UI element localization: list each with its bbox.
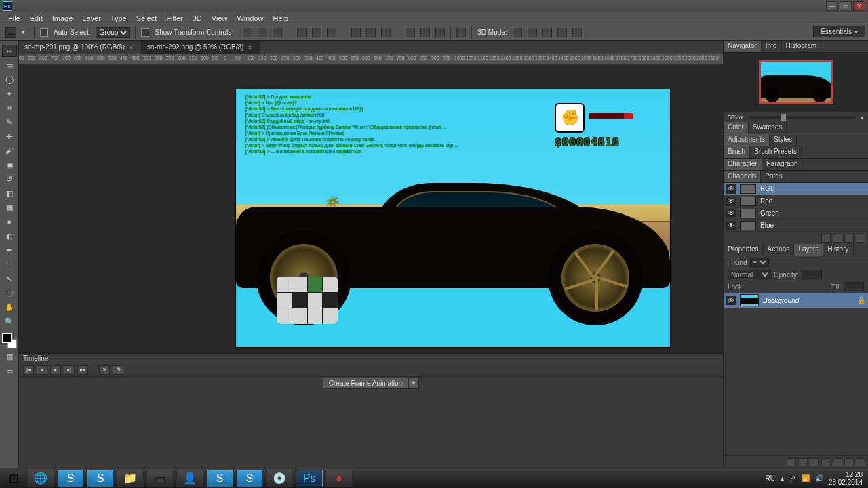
- zoom-tool[interactable]: 🔍: [2, 315, 17, 327]
- workspace-switcher[interactable]: Essentials ▾: [813, 26, 865, 37]
- tray-arrow-icon[interactable]: ▴: [781, 474, 784, 482]
- taskbar-app-2[interactable]: 💿: [266, 470, 293, 487]
- layers-tab[interactable]: Layers: [794, 244, 823, 256]
- dodge-tool[interactable]: ◐: [2, 230, 17, 242]
- next-frame-icon[interactable]: ▸|: [64, 365, 75, 375]
- distribute-h-icon[interactable]: [351, 28, 361, 37]
- align-bottom-icon[interactable]: [327, 28, 336, 37]
- blend-mode-dropdown[interactable]: Normal: [728, 270, 771, 279]
- document-canvas[interactable]: 🌴 [Victor52] > Продаю акварель![Victor] …: [236, 89, 670, 347]
- tool-preset-dropdown[interactable]: ▾: [22, 29, 28, 35]
- arrange-down-icon[interactable]: [456, 28, 466, 37]
- tray-date[interactable]: 23.02.2014: [829, 479, 863, 486]
- lasso-tool[interactable]: ◯: [2, 73, 17, 85]
- menu-window[interactable]: Window: [233, 14, 267, 23]
- zoom-in-icon[interactable]: ▴: [861, 114, 864, 121]
- 3d-slide-icon[interactable]: [557, 28, 567, 37]
- opacity-input[interactable]: [802, 270, 822, 279]
- navigator-thumbnail[interactable]: [759, 60, 833, 104]
- channel-red[interactable]: 👁Red: [724, 195, 868, 207]
- 3d-rotate-icon[interactable]: [513, 28, 522, 37]
- filter-kind-dropdown[interactable]: ≡: [750, 258, 769, 267]
- 3d-scale-icon[interactable]: [572, 28, 582, 37]
- taskbar-skype-3[interactable]: S: [206, 470, 233, 487]
- stamp-tool[interactable]: ▣: [2, 159, 17, 171]
- channel-blue[interactable]: 👁Blue: [724, 220, 868, 232]
- menu-3d[interactable]: 3D: [189, 14, 206, 23]
- menu-select[interactable]: Select: [132, 14, 161, 23]
- auto-align-icon[interactable]: [406, 28, 415, 37]
- audio-mute-icon[interactable]: ✕: [99, 365, 110, 375]
- history-tab[interactable]: History: [823, 244, 853, 256]
- color-tab[interactable]: Color: [724, 122, 749, 134]
- character-tab[interactable]: Character: [724, 159, 762, 170]
- fx-icon[interactable]: [798, 458, 808, 466]
- 3d-roll-icon[interactable]: [528, 28, 537, 37]
- play-icon[interactable]: ▸: [50, 365, 61, 375]
- start-button[interactable]: ⊞: [1, 469, 26, 488]
- paths-tab[interactable]: Paths: [761, 171, 787, 182]
- first-frame-icon[interactable]: |◂: [23, 365, 34, 375]
- zoom-out-icon[interactable]: ▾: [740, 114, 743, 121]
- load-selection-icon[interactable]: [821, 235, 831, 243]
- taskbar-skype-4[interactable]: S: [236, 470, 263, 487]
- 3d-pan-icon[interactable]: [542, 28, 552, 37]
- mask-icon[interactable]: [810, 458, 819, 466]
- timeline-settings-icon[interactable]: ⚙: [113, 365, 123, 375]
- show-transform-checkbox[interactable]: [141, 28, 149, 37]
- eyedropper-tool[interactable]: ✎: [2, 116, 17, 128]
- align-center-h-icon[interactable]: [258, 28, 267, 37]
- pen-tool[interactable]: ✒: [2, 244, 17, 256]
- system-tray[interactable]: RU ▴ 🏳 📶 🔊 12:28 23.02.2014: [761, 471, 867, 486]
- zoom-slider[interactable]: [749, 116, 855, 119]
- visibility-icon[interactable]: 👁: [726, 197, 736, 206]
- screenmode-toggle[interactable]: ▭: [2, 365, 17, 377]
- distribute-spacing-icon[interactable]: [381, 28, 391, 37]
- menu-layer[interactable]: Layer: [78, 14, 105, 23]
- create-frame-animation-button[interactable]: Create Frame Animation: [323, 378, 408, 389]
- align-top-icon[interactable]: [297, 28, 307, 37]
- arrange-up-icon[interactable]: [435, 28, 445, 37]
- foreground-color-swatch[interactable]: [2, 333, 12, 343]
- doc-tab-1[interactable]: sa-mp-291.png @ 100% (RGB/8)×: [19, 41, 142, 54]
- visibility-icon[interactable]: 👁: [726, 184, 736, 194]
- shape-tool[interactable]: ▢: [2, 287, 17, 299]
- adjustment-layer-icon[interactable]: [821, 458, 831, 466]
- align-left-icon[interactable]: [243, 28, 252, 37]
- blur-tool[interactable]: ●: [2, 216, 17, 228]
- tray-network-icon[interactable]: 📶: [802, 474, 810, 482]
- paragraph-tab[interactable]: Paragraph: [762, 159, 803, 170]
- crop-tool[interactable]: ⌗: [2, 102, 17, 114]
- taskbar-recorder[interactable]: ●: [326, 470, 353, 487]
- tray-time[interactable]: 12:28: [846, 471, 863, 479]
- adjustments-tab[interactable]: Adjustments: [724, 134, 770, 146]
- navigator-viewbox[interactable]: [760, 60, 833, 104]
- channels-tab[interactable]: Channels: [724, 171, 761, 182]
- layer-thumbnail[interactable]: [740, 294, 759, 306]
- swatches-tab[interactable]: Swatches: [749, 122, 787, 134]
- visibility-icon[interactable]: 👁: [726, 209, 736, 218]
- marquee-tool[interactable]: ▭: [2, 59, 17, 71]
- menu-type[interactable]: Type: [106, 14, 131, 23]
- tray-flag-icon[interactable]: 🏳: [789, 474, 796, 482]
- menu-edit[interactable]: Edit: [26, 14, 47, 23]
- type-tool[interactable]: T: [2, 258, 17, 270]
- info-tab[interactable]: Info: [762, 41, 782, 52]
- align-right-icon[interactable]: [273, 28, 282, 37]
- tray-language[interactable]: RU: [765, 474, 774, 482]
- visibility-icon[interactable]: 👁: [726, 221, 736, 230]
- taskbar-explorer[interactable]: 📁: [117, 470, 144, 487]
- actions-tab[interactable]: Actions: [764, 244, 795, 256]
- taskbar-skype-2[interactable]: S: [87, 470, 114, 487]
- last-frame-icon[interactable]: ▸▸: [77, 365, 88, 375]
- minimize-button[interactable]: —: [826, 1, 838, 11]
- delete-channel-icon[interactable]: [856, 235, 865, 243]
- layers-empty-area[interactable]: [724, 308, 868, 455]
- move-tool[interactable]: ↔: [2, 45, 17, 57]
- magic-wand-tool[interactable]: ✦: [2, 87, 17, 100]
- timeline-tab[interactable]: Timeline: [19, 353, 723, 363]
- fill-input[interactable]: [844, 282, 864, 291]
- trash-icon[interactable]: [856, 458, 865, 466]
- eraser-tool[interactable]: ◧: [2, 187, 17, 199]
- zoom-value[interactable]: 50%: [728, 114, 740, 121]
